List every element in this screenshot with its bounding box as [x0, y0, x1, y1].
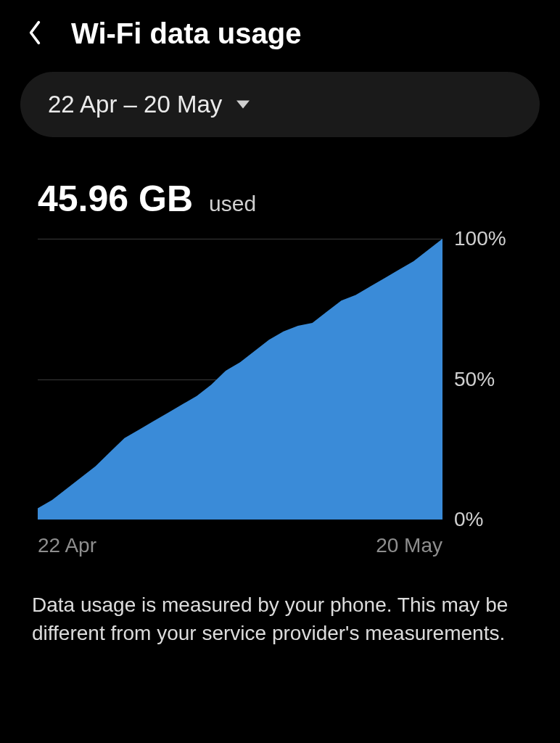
x-tick-end: 20 May: [376, 534, 442, 557]
chevron-left-icon: [27, 20, 43, 48]
usage-chart: 100% 50% 0%: [38, 239, 560, 520]
x-axis-labels: 22 Apr 20 May: [38, 534, 442, 560]
y-tick-100: 100%: [454, 227, 506, 250]
y-tick-50: 50%: [454, 368, 495, 391]
svg-marker-0: [236, 101, 250, 109]
date-range-selector[interactable]: 22 Apr – 20 May: [20, 72, 540, 137]
y-tick-0: 0%: [454, 508, 483, 531]
total-usage: 45.96 GB used: [38, 178, 560, 220]
y-axis-labels: 100% 50% 0%: [454, 239, 541, 520]
chart-plot-area: [38, 239, 442, 520]
page-title: Wi-Fi data usage: [71, 17, 301, 50]
x-tick-start: 22 Apr: [38, 534, 96, 557]
usage-suffix: used: [209, 192, 256, 216]
dropdown-icon: [236, 98, 250, 111]
back-button[interactable]: [20, 20, 49, 49]
usage-amount: 45.96 GB: [38, 178, 193, 220]
chart-area-fill: [38, 239, 442, 520]
disclaimer-text: Data usage is measured by your phone. Th…: [32, 591, 528, 647]
date-range-label: 22 Apr – 20 May: [48, 91, 222, 118]
